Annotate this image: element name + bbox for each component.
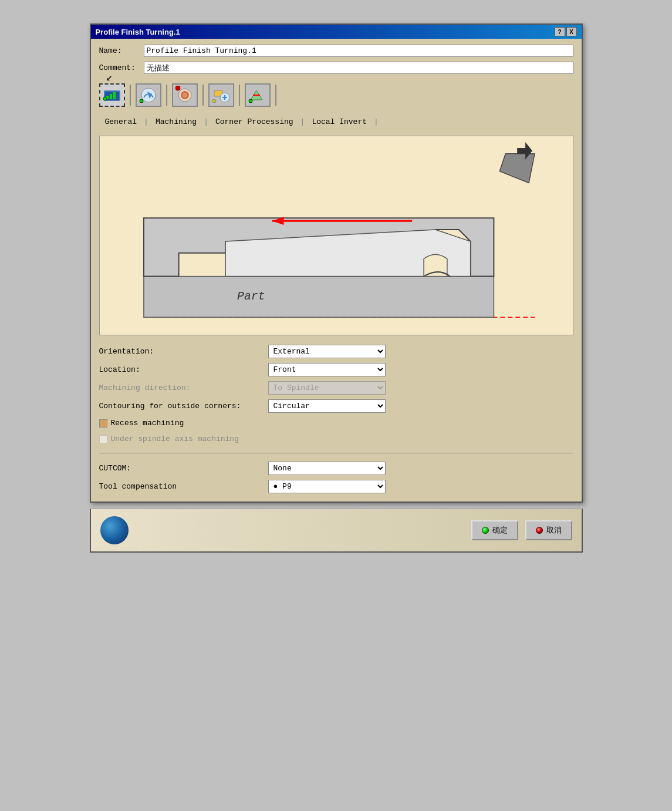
contouring-label: Contouring for outside corners: xyxy=(99,402,264,410)
divider xyxy=(99,453,573,453)
dialog-window: Profile Finish Turning.1 ? X Name: Comme… xyxy=(90,23,583,503)
toolbar-btn-1[interactable] xyxy=(99,83,125,107)
contouring-row: Contouring for outside corners: Circular… xyxy=(99,399,573,413)
recess-row: Recess machining xyxy=(99,418,573,429)
diagram-area: Part xyxy=(99,136,573,335)
window-title: Profile Finish Turning.1 xyxy=(96,28,180,36)
comment-row: Comment: xyxy=(99,62,573,74)
title-bar-buttons: ? X xyxy=(555,27,577,36)
name-input[interactable] xyxy=(144,45,573,57)
cancel-dot-icon xyxy=(536,527,543,534)
toolbar-icon-2 xyxy=(139,86,158,105)
toolbar-row: ↙ xyxy=(99,83,573,107)
sep-1 xyxy=(130,85,131,106)
machining-direction-label: Machining direction: xyxy=(99,383,264,392)
svg-point-16 xyxy=(249,99,252,103)
dialog-content: Name: Comment: ↙ xyxy=(91,39,582,502)
sep-5 xyxy=(275,85,276,106)
toolbar-btn-5[interactable] xyxy=(245,83,271,107)
cutcom-select[interactable]: None Left Right xyxy=(268,462,386,475)
sep-4 xyxy=(239,85,240,106)
toolbar-icon-5 xyxy=(248,86,267,105)
svg-point-11 xyxy=(183,93,187,97)
tabs-row: General | Machining | Corner Processing … xyxy=(99,115,573,129)
machining-direction-row: Machining direction: To Spindle xyxy=(99,381,573,395)
spindle-row: Under spindle axis machining xyxy=(99,433,573,445)
help-button[interactable]: ? xyxy=(555,27,565,36)
toolbar-btn-2[interactable] xyxy=(136,83,161,107)
location-label: Location: xyxy=(99,365,264,374)
svg-point-8 xyxy=(140,99,143,103)
tab-local-invert[interactable]: Local Invert xyxy=(306,115,373,129)
toolbar-icon-3 xyxy=(175,86,194,105)
cutcom-row: CUTCOM: None Left Right xyxy=(99,462,573,475)
location-row: Location: Front Back xyxy=(99,363,573,376)
name-row: Name: xyxy=(99,45,573,57)
ok-label: 确定 xyxy=(492,525,508,536)
ok-button[interactable]: 确定 xyxy=(471,520,518,540)
globe-icon xyxy=(100,516,129,544)
name-label: Name: xyxy=(99,46,140,55)
cutcom-label: CUTCOM: xyxy=(99,464,264,473)
orientation-label: Orientation: xyxy=(99,347,264,356)
location-select[interactable]: Front Back xyxy=(268,363,386,376)
tab-corner-processing[interactable]: Corner Processing xyxy=(210,115,299,129)
toolbar-btn-4[interactable] xyxy=(208,83,234,107)
svg-point-12 xyxy=(175,86,180,90)
tool-comp-label: Tool compensation xyxy=(99,482,264,491)
machining-direction-select[interactable]: To Spindle xyxy=(268,381,386,395)
diagram-svg: Part xyxy=(100,136,573,335)
title-bar: Profile Finish Turning.1 ? X xyxy=(91,25,582,39)
contouring-select[interactable]: Circular None xyxy=(268,399,386,413)
svg-text:Part: Part xyxy=(237,290,265,303)
recess-checkbox-icon[interactable] xyxy=(99,419,107,428)
comment-input[interactable] xyxy=(144,62,573,74)
svg-rect-19 xyxy=(143,277,493,318)
bottom-bar: 确定 取消 xyxy=(90,509,583,553)
sep-2 xyxy=(166,85,167,106)
svg-point-15 xyxy=(212,99,216,103)
tab-general[interactable]: General xyxy=(99,115,143,129)
bottom-left xyxy=(100,516,464,544)
toolbar-icon-4 xyxy=(212,86,231,105)
cancel-button[interactable]: 取消 xyxy=(525,520,572,540)
svg-rect-3 xyxy=(110,94,112,99)
spindle-label: Under spindle axis machining xyxy=(111,435,239,443)
tool-comp-select[interactable]: ● P9 xyxy=(268,480,386,493)
toolbar-icon-1 xyxy=(103,86,121,105)
recess-label: Recess machining xyxy=(111,419,184,428)
svg-rect-4 xyxy=(113,92,116,99)
cancel-label: 取消 xyxy=(546,525,562,536)
arrow-pointer: ↙ xyxy=(106,70,113,83)
form-section: Orientation: External Internal Location:… xyxy=(99,342,573,496)
close-button[interactable]: X xyxy=(566,27,577,36)
sep-3 xyxy=(202,85,204,106)
spindle-checkbox[interactable] xyxy=(99,435,107,443)
tool-comp-row: Tool compensation ● P9 xyxy=(99,480,573,493)
ok-dot-icon xyxy=(482,527,489,534)
tab-machining[interactable]: Machining xyxy=(150,115,202,129)
comment-label: Comment: xyxy=(99,63,140,72)
orientation-row: Orientation: External Internal xyxy=(99,345,573,358)
svg-point-5 xyxy=(103,97,107,100)
orientation-select[interactable]: External Internal xyxy=(268,345,386,358)
toolbar-btn-3[interactable] xyxy=(172,83,198,107)
